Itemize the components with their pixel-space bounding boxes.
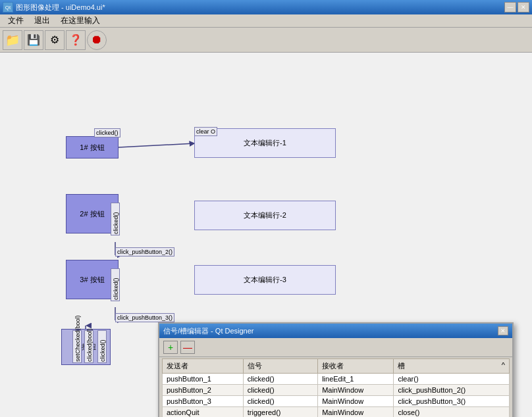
line-edit-2-label: 文本编辑行-2 — [244, 210, 286, 220]
dialog-close-button[interactable]: ✕ — [498, 326, 508, 335]
title-bar-controls[interactable]: — ✕ — [504, 2, 529, 12]
clicked-bool-label: clicked(bool) — [84, 330, 93, 363]
set-checked-label: setChecked(bool) — [72, 330, 82, 363]
col-signal: 信号 — [243, 359, 317, 374]
pushbutton-1-block[interactable]: 1# 按钮 — [66, 136, 119, 159]
help-button[interactable]: ❓ — [66, 30, 86, 50]
col-slot: 槽 ^ — [394, 359, 510, 374]
line-edit-1-label: 文本编辑行-1 — [244, 138, 286, 148]
table-cell: clicked() — [243, 374, 317, 385]
col-receiver: 接收者 — [318, 359, 394, 374]
window-title: 图形图像处理 - uiDemo4.ui* — [16, 3, 105, 12]
remove-icon: — — [183, 342, 192, 353]
clicked-label-2: clicked() — [111, 203, 120, 235]
line-edit-3: 文本编辑行-3 — [194, 265, 336, 295]
connections-table: 发送者 信号 接收者 槽 ^ pushButton_1clicked()line… — [162, 358, 510, 417]
table-cell: close() — [394, 407, 510, 418]
svg-line-0 — [119, 143, 194, 147]
click-pushbutton-2-label: click_pushButton_2() — [115, 247, 174, 257]
table-cell: MainWindow — [318, 396, 394, 407]
add-icon: + — [168, 342, 173, 353]
table-cell: clear() — [394, 374, 510, 385]
menu-quit[interactable]: 退出 — [29, 14, 55, 28]
table-cell: pushButton_1 — [163, 374, 244, 385]
table-cell: lineEdit_1 — [318, 374, 394, 385]
minimize-button[interactable]: — — [504, 2, 516, 12]
line-edit-2: 文本编辑行-2 — [194, 201, 336, 230]
menu-bar: 文件 退出 在这里输入 — [0, 14, 532, 28]
toolbar: 📁 💾 ⚙ ❓ ⏺ — [0, 28, 532, 53]
table-row[interactable]: pushButton_3clicked()MainWindowclick_pus… — [163, 396, 510, 407]
table-cell: pushButton_2 — [163, 385, 244, 396]
table-cell: MainWindow — [318, 385, 394, 396]
click-pushbutton-3-label: click_pushButton_3() — [115, 313, 174, 322]
app-icon: Qt — [3, 2, 13, 12]
stop-button[interactable]: ⏺ — [87, 30, 107, 50]
table-row[interactable]: pushButton_2clicked()MainWindowclick_pus… — [163, 385, 510, 396]
pushbutton-3-label: 3# 按钮 — [80, 275, 104, 285]
connections-table-container[interactable]: 发送者 信号 接收者 槽 ^ pushButton_1clicked()line… — [162, 358, 510, 417]
table-cell: click_pushButton_3() — [394, 396, 510, 407]
add-connection-button[interactable]: + — [163, 341, 178, 354]
table-cell: actionQuit — [163, 407, 244, 418]
table-cell: MainWindow — [318, 407, 394, 418]
table-row[interactable]: pushButton_1clicked()lineEdit_1clear() — [163, 374, 510, 385]
table-row[interactable]: actionQuittriggered()MainWindowclose() — [163, 407, 510, 418]
pushbutton-1-label: 1# 按钮 — [80, 143, 104, 153]
clicked-label-3: clicked() — [111, 268, 120, 301]
dialog-title-bar: 信号/槽编辑器 - Qt Designer ✕ — [159, 324, 512, 338]
title-bar: Qt 图形图像处理 - uiDemo4.ui* — ✕ — [0, 0, 532, 14]
table-cell: pushButton_3 — [163, 396, 244, 407]
save-button[interactable]: 💾 — [24, 30, 43, 50]
dialog-toolbar: + — — [159, 338, 512, 357]
dialog-title-text: 信号/槽编辑器 - Qt Designer — [163, 326, 254, 336]
table-cell: clicked() — [243, 396, 317, 407]
clear-label-1: clear O — [194, 127, 217, 136]
col-sender: 发送者 — [163, 359, 244, 374]
line-edit-3-label: 文本编辑行-3 — [244, 275, 286, 285]
settings-button[interactable]: ⚙ — [45, 30, 65, 50]
title-bar-left: Qt 图形图像处理 - uiDemo4.ui* — [3, 2, 105, 12]
open-button[interactable]: 📁 — [3, 30, 22, 50]
signal-slot-dialog: 信号/槽编辑器 - Qt Designer ✕ + — 发送者 信号 接收者 槽… — [158, 322, 514, 417]
pushbutton-2-label: 2# 按钮 — [80, 209, 104, 219]
menu-file[interactable]: 文件 — [3, 14, 29, 28]
menu-input[interactable]: 在这里输入 — [55, 14, 105, 28]
table-cell: clicked() — [243, 385, 317, 396]
remove-connection-button[interactable]: — — [180, 341, 195, 354]
clicked-label-1: clicked() — [94, 128, 120, 137]
main-canvas: 1# 按钮 clicked() 文本编辑行-1 clear O 2# 按钮 cl… — [0, 53, 532, 417]
close-button[interactable]: ✕ — [518, 2, 529, 12]
table-cell: click_pushButton_2() — [394, 385, 510, 396]
clicked-label-4: clicked() — [97, 330, 107, 363]
table-cell: triggered() — [243, 407, 317, 418]
